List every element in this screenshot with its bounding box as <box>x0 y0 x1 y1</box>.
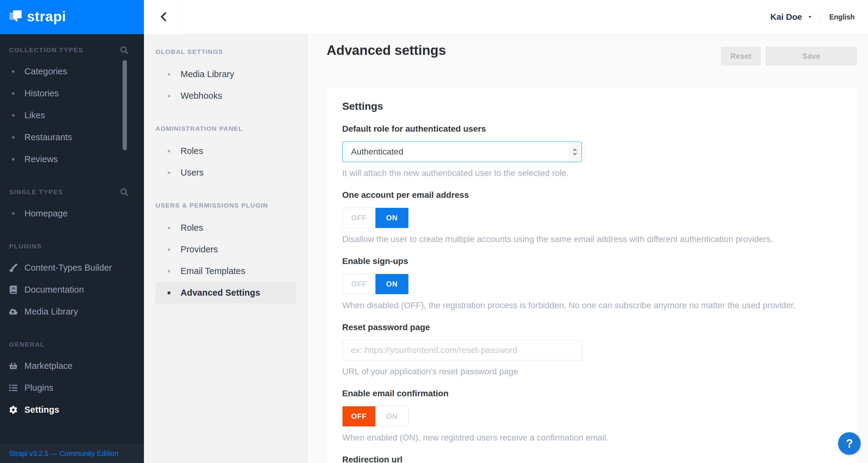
enable-signups-toggle: OFF ON <box>342 274 409 294</box>
search-icon[interactable] <box>121 188 128 196</box>
field-default-role: Default role for authenticated users Aut… <box>342 124 842 178</box>
bullet-icon <box>165 227 173 229</box>
book-icon <box>9 286 18 294</box>
section-title: GENERAL <box>9 341 45 348</box>
sidebar-item-label: Histories <box>24 89 59 98</box>
settings-item-label: Email Templates <box>181 266 245 276</box>
field-one-account-per-email: One account per email address OFF ON Dis… <box>342 190 842 244</box>
logo-text: strapi <box>27 8 66 25</box>
section-title: PLUGINS <box>9 243 42 250</box>
sidebar-item-media-library[interactable]: Media Library <box>0 301 144 323</box>
settings-item-webhooks[interactable]: Webhooks <box>156 85 296 107</box>
back-button[interactable] <box>144 0 183 34</box>
field-reset-password-page: Reset password page URL of your applicat… <box>342 323 842 376</box>
section-title: USERS & PERMISSIONS PLUGIN <box>156 202 307 210</box>
sidebar-scrollbar-thumb[interactable] <box>123 60 127 150</box>
strapi-logo-icon <box>9 10 23 24</box>
save-button[interactable]: Save <box>766 46 857 66</box>
email-confirmation-toggle: OFF ON <box>342 406 409 427</box>
topbar-divider <box>821 11 821 24</box>
field-label: Enable email confirmation <box>342 389 842 398</box>
settings-item-advanced-settings[interactable]: Advanced Settings <box>156 282 296 304</box>
paintbrush-icon <box>9 264 18 272</box>
basket-icon <box>9 362 18 370</box>
toggle-off-button[interactable]: OFF <box>342 406 375 426</box>
settings-sidebar: GLOBAL SETTINGS Media Library Webhooks A… <box>144 34 307 463</box>
strapi-logo[interactable]: strapi <box>0 0 144 34</box>
settings-item-up-roles[interactable]: Roles <box>156 217 296 239</box>
sidebar-item-label: Homepage <box>24 208 68 219</box>
settings-item-providers[interactable]: Providers <box>156 239 296 260</box>
bullet-icon <box>9 114 18 117</box>
section-global-settings: GLOBAL SETTINGS Media Library Webhooks <box>156 48 307 107</box>
page-title: Advanced settings <box>327 43 446 58</box>
field-label: Default role for authenticated users <box>342 124 842 134</box>
version-link[interactable]: Strapi v3.2.5 — Community Edition <box>9 450 118 458</box>
toggle-on-button[interactable]: ON <box>375 274 408 294</box>
sidebar-item-label: Plugins <box>24 383 53 393</box>
select-spinner-icon <box>568 142 581 162</box>
user-menu[interactable]: Kai Doe <box>770 12 812 22</box>
reset-password-input[interactable] <box>342 340 582 361</box>
reset-button[interactable]: Reset <box>721 46 761 66</box>
toggle-on-button[interactable]: ON <box>375 406 408 426</box>
settings-item-label: Providers <box>181 244 218 255</box>
default-role-select[interactable]: Authenticated <box>342 141 582 162</box>
cloud-upload-icon <box>9 307 18 316</box>
toggle-on-button[interactable]: ON <box>375 208 408 228</box>
sidebar-item-label: Settings <box>24 405 59 415</box>
section-title: COLLECTION TYPES <box>9 46 83 54</box>
bullet-icon <box>165 270 173 272</box>
section-general: GENERAL Marketplace Plugins <box>0 340 144 421</box>
help-button[interactable]: ? <box>838 432 861 455</box>
bullet-icon <box>165 73 173 75</box>
bullet-icon <box>9 212 18 215</box>
bullet-icon <box>9 158 18 161</box>
section-administration-panel: ADMINISTRATION PANEL Roles Users <box>156 125 307 184</box>
settings-item-label: Roles <box>181 223 203 233</box>
bullet-icon <box>165 95 173 97</box>
field-enable-email-confirmation: Enable email confirmation OFF ON When en… <box>342 389 842 442</box>
toggle-off-button[interactable]: OFF <box>342 208 375 228</box>
topbar: Kai Doe English <box>144 0 868 34</box>
settings-item-admin-roles[interactable]: Roles <box>156 140 296 162</box>
settings-item-label: Roles <box>181 146 203 156</box>
settings-card: Settings Default role for authenticated … <box>327 88 858 463</box>
field-help: When disabled (OFF), the registration pr… <box>342 301 842 310</box>
field-label: Redirection url <box>342 455 842 463</box>
settings-item-label: Webhooks <box>181 91 222 101</box>
section-title: GLOBAL SETTINGS <box>156 48 307 57</box>
app-window: Kai Doe English strapi COLLECTION TYPES <box>0 0 868 463</box>
list-icon <box>9 384 18 392</box>
sidebar-item-marketplace[interactable]: Marketplace <box>0 355 144 377</box>
sidebar-item-plugins[interactable]: Plugins <box>0 377 144 399</box>
select-value: Authenticated <box>351 147 403 157</box>
language-selector[interactable]: English <box>829 13 855 21</box>
sidebar-item-settings[interactable]: Settings <box>0 399 144 421</box>
sidebar-item-label: Restaurants <box>24 132 72 142</box>
field-help: When enabled (ON), new registred users r… <box>342 433 842 442</box>
field-label: Reset password page <box>342 323 842 332</box>
bullet-icon <box>9 70 18 73</box>
sidebar-item-label: Marketplace <box>24 361 72 371</box>
toggle-off-button[interactable]: OFF <box>342 274 375 294</box>
chevron-left-icon <box>160 11 167 23</box>
sidebar-item-label: Content-Types Builder <box>24 263 112 273</box>
settings-item-admin-users[interactable]: Users <box>156 162 296 184</box>
sidebar-item-documentation[interactable]: Documentation <box>0 278 144 301</box>
sidebar-item-content-types-builder[interactable]: Content-Types Builder <box>0 257 144 278</box>
caret-down-icon <box>808 14 812 20</box>
sidebar-item-label: Reviews <box>24 154 58 164</box>
field-help: It will attach the new authenticated use… <box>342 168 842 178</box>
settings-item-label: Advanced Settings <box>181 288 260 298</box>
search-icon[interactable] <box>121 46 128 54</box>
settings-item-email-templates[interactable]: Email Templates <box>156 260 296 282</box>
sidebar-item-homepage[interactable]: Homepage <box>0 202 144 224</box>
sidebar-item-reviews[interactable]: Reviews <box>0 148 144 170</box>
settings-item-media-library[interactable]: Media Library <box>156 63 296 85</box>
card-title: Settings <box>342 100 842 112</box>
gear-icon <box>9 406 18 414</box>
section-title: SINGLE TYPES <box>9 188 63 196</box>
sidebar-item-label: Documentation <box>24 285 84 295</box>
field-label: One account per email address <box>342 190 842 200</box>
